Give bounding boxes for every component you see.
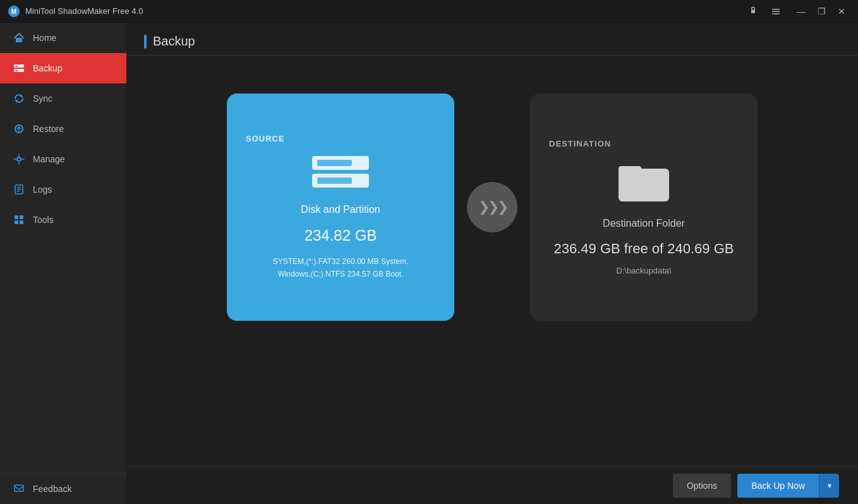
backup-icon (13, 62, 25, 75)
source-detail-line2: Windows,(C:).NTFS 234.57 GB Boot. (273, 268, 409, 280)
disk-row-inner-2 (317, 177, 352, 184)
folder-icon (619, 161, 669, 201)
feedback-label: Feedback (33, 484, 71, 494)
titlebar-title: MiniTool ShadowMaker Free 4.0 (25, 6, 143, 16)
svg-point-2 (752, 7, 755, 10)
sidebar-item-tools[interactable]: Tools (0, 205, 126, 235)
svg-rect-9 (15, 66, 18, 67)
svg-rect-5 (772, 11, 780, 12)
sidebar-item-restore-label: Restore (33, 124, 64, 134)
destination-label: DESTINATION (549, 139, 611, 148)
menu-button[interactable] (767, 3, 785, 20)
svg-rect-4 (772, 9, 780, 10)
sidebar-item-home[interactable]: Home (0, 23, 126, 53)
sidebar-item-tools-label: Tools (33, 215, 54, 225)
backup-dropdown-button[interactable]: ▾ (819, 474, 839, 498)
source-card-size: 234.82 GB (305, 227, 377, 244)
disk-row-inner-1 (317, 160, 352, 166)
home-icon (13, 32, 25, 44)
bottom-bar: Options Back Up Now ▾ (126, 466, 858, 504)
options-button[interactable]: Options (673, 474, 731, 498)
sidebar-item-sync-label: Sync (33, 93, 52, 104)
svg-rect-21 (15, 220, 18, 224)
sidebar-item-logs-label: Logs (33, 184, 52, 195)
backup-now-button[interactable]: Back Up Now (737, 474, 819, 498)
main-content: Backup SOURCE Disk and Partition (126, 23, 858, 504)
cards-row: SOURCE Disk and Partition 234.82 GB SYST… (164, 93, 820, 321)
manage-icon (13, 153, 25, 165)
logs-icon (13, 183, 25, 196)
backup-button-group: Back Up Now ▾ (737, 474, 839, 498)
folder-body (619, 169, 669, 201)
destination-card[interactable]: DESTINATION Destination Folder 236.49 GB… (530, 93, 758, 321)
sidebar-item-manage[interactable]: Manage (0, 144, 126, 174)
svg-rect-22 (20, 220, 23, 224)
arrow-icon: ❯❯❯ (478, 199, 507, 215)
disk-icon (312, 156, 369, 188)
notifications-button[interactable] (744, 3, 762, 20)
titlebar: M MiniTool ShadowMaker Free 4.0 — ❐ ✕ (0, 0, 858, 23)
titlebar-left: M MiniTool ShadowMaker Free 4.0 (8, 5, 143, 18)
header-accent (144, 35, 147, 49)
restore-button[interactable]: ❐ (813, 3, 830, 20)
page-title: Backup (153, 34, 195, 49)
source-card[interactable]: SOURCE Disk and Partition 234.82 GB SYST… (227, 93, 454, 321)
svg-rect-19 (15, 215, 18, 219)
source-label: SOURCE (246, 134, 285, 143)
svg-rect-6 (772, 13, 780, 15)
svg-rect-3 (751, 10, 755, 13)
destination-card-title: Destination Folder (603, 218, 685, 229)
svg-point-14 (17, 157, 21, 161)
sidebar-item-sync[interactable]: Sync (0, 83, 126, 114)
sidebar-item-home-label: Home (33, 33, 56, 43)
source-detail-line1: SYSTEM,(*:).FAT32 260.00 MB System. (273, 256, 409, 268)
destination-card-size: 236.49 GB free of 240.69 GB (554, 241, 734, 257)
close-button[interactable]: ✕ (833, 3, 850, 20)
backup-content: SOURCE Disk and Partition 234.82 GB SYST… (126, 56, 858, 466)
svg-rect-7 (16, 38, 22, 42)
sidebar-item-feedback[interactable]: Feedback (0, 473, 126, 504)
disk-row-2 (312, 174, 369, 188)
sidebar-item-manage-label: Manage (33, 154, 65, 164)
page-header: Backup (126, 23, 858, 56)
source-card-title: Disk and Partition (301, 204, 380, 215)
sidebar: Home Backup Sy (0, 23, 126, 504)
svg-rect-23 (15, 485, 23, 491)
arrow-connector: ❯❯❯ (467, 182, 517, 232)
sidebar-item-backup[interactable]: Backup (0, 53, 126, 83)
minimize-button[interactable]: — (792, 3, 810, 20)
svg-rect-20 (20, 215, 23, 219)
app-logo: M (8, 5, 20, 18)
titlebar-controls: — ❐ ✕ (744, 3, 850, 20)
sidebar-item-logs[interactable]: Logs (0, 174, 126, 205)
feedback-icon (13, 483, 25, 495)
app-body: Home Backup Sy (0, 23, 858, 504)
chevron-down-icon: ▾ (828, 481, 831, 490)
sidebar-item-backup-label: Backup (33, 63, 63, 73)
sidebar-item-restore[interactable]: Restore (0, 114, 126, 144)
svg-text:M: M (11, 8, 16, 15)
restore-icon (13, 123, 25, 135)
svg-rect-11 (15, 70, 18, 71)
destination-card-path: D:\backupdata\ (616, 266, 671, 275)
tools-icon (13, 213, 25, 226)
sync-icon (13, 92, 25, 105)
disk-row-1 (312, 156, 369, 170)
sidebar-spacer (0, 235, 126, 473)
source-card-detail: SYSTEM,(*:).FAT32 260.00 MB System. Wind… (273, 256, 409, 280)
